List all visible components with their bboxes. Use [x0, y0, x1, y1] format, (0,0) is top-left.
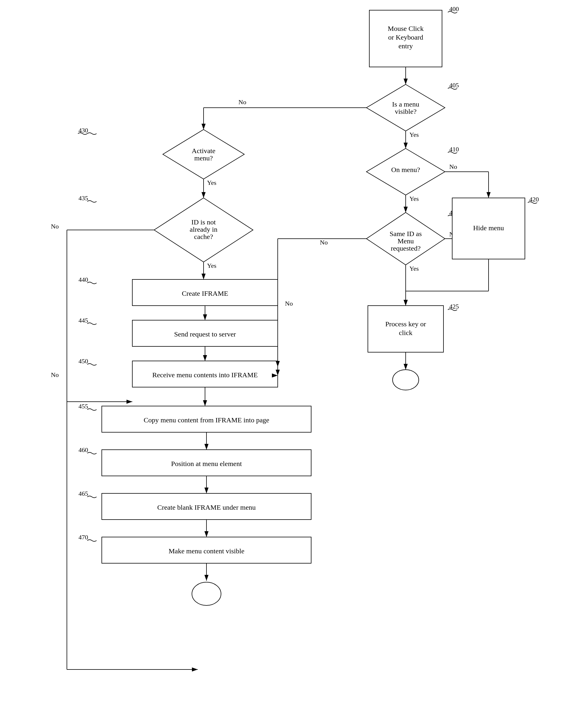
node-420-label: Hide menu — [473, 224, 504, 232]
label-405-yes: Yes — [410, 131, 419, 138]
node-415-label-line1: Same ID as — [390, 230, 422, 238]
node-470-label: Make menu content visible — [169, 547, 245, 555]
terminal-425 — [393, 370, 419, 390]
ref-435: 435 — [79, 195, 88, 202]
node-400-label-line1: Mouse Click — [387, 25, 423, 32]
wavy-460 — [87, 452, 97, 454]
wavy-435 — [87, 201, 97, 202]
label-430-yes: Yes — [207, 179, 216, 186]
node-450-label: Receive menu contents into IFRAME — [152, 371, 258, 379]
node-430-label-line2: menu? — [194, 154, 213, 162]
label-405-no: No — [238, 98, 246, 106]
label-415-yes: Yes — [410, 265, 419, 272]
label-410-yes: Yes — [410, 195, 419, 202]
ref-445: 445 — [79, 317, 88, 324]
node-405-label-line2: visible? — [395, 108, 417, 115]
label-no-415-mid: No — [320, 239, 328, 246]
wavy-440 — [87, 282, 97, 284]
terminal-left — [192, 582, 221, 605]
node-435-label-line1: ID is not — [191, 218, 216, 226]
label-410-no: No — [449, 163, 457, 170]
node-435-label-line2: already in — [190, 225, 217, 233]
wavy-430 — [87, 133, 97, 135]
node-415-label-line3: requested? — [391, 244, 421, 252]
node-405-label-line1: Is a menu — [392, 100, 419, 108]
ref-465: 465 — [79, 490, 88, 497]
ref-455: 455 — [79, 403, 88, 410]
wavy-465 — [87, 496, 97, 498]
ref-450: 450 — [79, 357, 88, 365]
ref-470: 470 — [79, 534, 88, 541]
node-425-label-line1: Process key or — [385, 320, 426, 328]
node-445-label: Send request to server — [174, 331, 236, 338]
label-no-center: No — [285, 300, 293, 307]
node-400-label-line2: or Keyboard — [388, 34, 423, 41]
node-440-label: Create IFRAME — [182, 289, 228, 297]
wavy-470 — [87, 540, 97, 541]
node-430-label-line1: Activate — [192, 147, 215, 155]
flowchart-diagram: Mouse Click or Keyboard entry 400 Is a m… — [0, 0, 588, 721]
node-435-label-line3: cache? — [194, 233, 213, 240]
node-410-label: On menu? — [391, 166, 420, 174]
node-455-label: Copy menu content from IFRAME into page — [144, 416, 269, 424]
wavy-450 — [87, 364, 97, 365]
node-415-label-line2: Menu — [398, 237, 414, 245]
wavy-445 — [87, 323, 97, 324]
label-no-left-450: No — [51, 371, 59, 378]
label-435-yes: Yes — [207, 262, 216, 269]
node-460-label: Position at menu element — [171, 460, 242, 467]
node-465-label: Create blank IFRAME under menu — [157, 504, 256, 511]
node-400-label-line3: entry — [398, 42, 413, 50]
ref-440: 440 — [79, 276, 88, 283]
wavy-455 — [87, 409, 97, 410]
ref-460: 460 — [79, 446, 88, 454]
label-435-no: No — [51, 223, 59, 230]
node-425-label-line2: click — [399, 329, 413, 337]
